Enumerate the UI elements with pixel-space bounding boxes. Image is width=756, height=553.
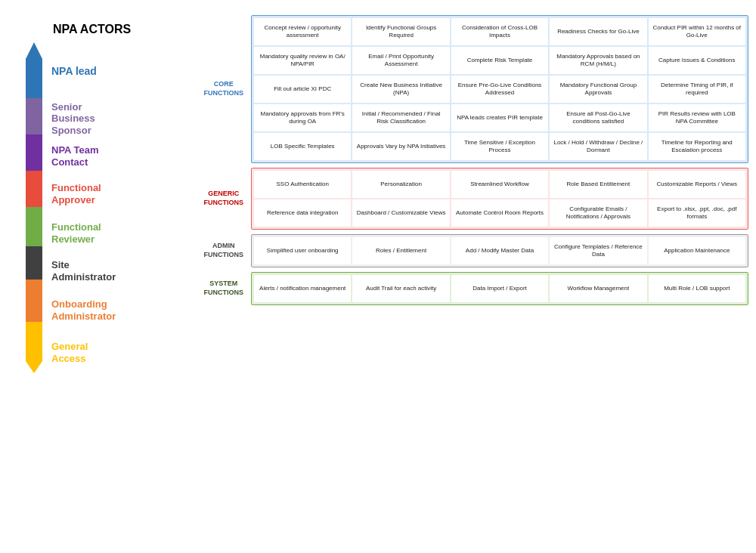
admin-cell-0: Simplified user onboarding bbox=[254, 237, 351, 264]
actor-func-approver: FunctionalApprover bbox=[51, 176, 116, 212]
bar-seg-6 bbox=[26, 246, 42, 280]
core-section: COREFUNCTIONS Concept review / opportuni… bbox=[189, 15, 748, 163]
core-cell-22: Time Sensitive / Exception Process bbox=[451, 133, 548, 160]
svg-marker-0 bbox=[26, 42, 42, 59]
admin-grid: Simplified user onboarding Roles / Entit… bbox=[251, 234, 748, 267]
admin-cell-3: Configure Templates / Reference Data bbox=[550, 237, 646, 264]
system-label: SYSTEMFUNCTIONS bbox=[189, 272, 248, 305]
core-cell-5: Mandatory quality review in OA/ NPA/PIR bbox=[254, 47, 351, 74]
admin-label-text: ADMINFUNCTIONS bbox=[204, 242, 244, 259]
core-label: COREFUNCTIONS bbox=[189, 15, 248, 163]
actor-label-site-admin: SiteAdministrator bbox=[51, 259, 116, 283]
core-grid: Concept review / opportunity assessment … bbox=[251, 15, 748, 163]
core-cell-8: Mandatory Approvals based on RCM (H/M/L) bbox=[550, 47, 646, 74]
core-cell-20: LOB Specific Templates bbox=[254, 133, 351, 160]
actor-label-npa-team: NPA TeamContact bbox=[51, 144, 99, 168]
admin-cell-4: Application Maintenance bbox=[649, 237, 745, 264]
bar-top-arrow bbox=[26, 42, 42, 59]
generic-cell-1: Personalization bbox=[352, 171, 449, 198]
actor-label-general-access: GeneralAccess bbox=[51, 341, 88, 364]
actor-npa-lead: NPA lead bbox=[51, 43, 116, 99]
generic-cell-5: Reference data integration bbox=[254, 199, 351, 227]
core-cell-16: Initial / Recommended / Final Risk Class… bbox=[352, 104, 449, 131]
core-cell-10: Fill out article XI PDC bbox=[254, 76, 351, 103]
svg-marker-1 bbox=[26, 361, 42, 373]
system-grid: Alerts / notification management Audit T… bbox=[251, 272, 748, 305]
bar-seg-4 bbox=[26, 171, 42, 207]
generic-cell-0: SSO Authentication bbox=[254, 171, 351, 198]
generic-cell-2: Streamlined Workflow bbox=[451, 171, 548, 198]
generic-cell-4: Customizable Reports / Views bbox=[649, 171, 745, 198]
bar-seg-8 bbox=[26, 322, 42, 361]
core-cell-1: Identify Functional Groups Required bbox=[352, 18, 449, 45]
core-cell-12: Ensure Pre-Go-Live Conditions Addressed bbox=[451, 76, 548, 103]
generic-cell-9: Export to .xlsx, .ppt, .doc, .pdf format… bbox=[649, 199, 745, 227]
generic-cell-6: Dashboard / Customizable Views bbox=[352, 199, 449, 227]
bar-seg-7 bbox=[26, 280, 42, 322]
actor-label-func-approver: FunctionalApprover bbox=[51, 182, 101, 205]
system-cell-0: Alerts / notification management bbox=[254, 275, 351, 302]
bar-seg-5 bbox=[26, 207, 42, 246]
generic-grid: SSO Authentication Personalization Strea… bbox=[251, 168, 748, 230]
core-cell-14: Determine Timing of PIR, if required bbox=[649, 76, 745, 103]
actor-general-access: GeneralAccess bbox=[51, 333, 116, 372]
bar-seg-1 bbox=[26, 59, 42, 98]
actors-labels: NPA lead SeniorBusinessSponsor NPA TeamC… bbox=[51, 42, 116, 373]
admin-cell-2: Add / Modify Master Data bbox=[451, 237, 548, 264]
core-cell-17: NPA leads creates PIR template bbox=[451, 104, 548, 131]
core-cell-18: Ensure all Post-Go-Live conditions satis… bbox=[550, 104, 646, 131]
generic-cell-8: Configurable Emails / Notifications / Ap… bbox=[550, 199, 646, 227]
generic-section: GENERICFUNCTIONS SSO Authentication Pers… bbox=[189, 168, 748, 230]
system-cell-2: Data Import / Export bbox=[451, 275, 548, 302]
generic-label: GENERICFUNCTIONS bbox=[189, 168, 248, 230]
system-cell-4: Multi Role / LOB support bbox=[649, 275, 745, 302]
core-label-text: COREFUNCTIONS bbox=[204, 80, 244, 97]
system-cell-1: Audit Trail for each activity bbox=[352, 275, 449, 302]
actor-npa-team: NPA TeamContact bbox=[51, 138, 116, 175]
actor-label-senior-sponsor: SeniorBusinessSponsor bbox=[51, 101, 95, 137]
core-cell-15: Mandatory approvals from FR's during OA bbox=[254, 104, 351, 131]
core-cell-2: Consideration of Cross-LOB Impacts bbox=[451, 18, 548, 45]
actor-func-reviewer: FunctionalReviewer bbox=[51, 214, 116, 253]
generic-label-text: GENERICFUNCTIONS bbox=[204, 190, 244, 207]
bar-seg-3 bbox=[26, 134, 42, 171]
admin-label: ADMINFUNCTIONS bbox=[189, 234, 248, 267]
core-cell-19: PIR Results review with LOB NPA Committe… bbox=[649, 104, 745, 131]
generic-cell-3: Role Based Entitlement bbox=[550, 171, 646, 198]
system-cell-3: Workflow Management bbox=[550, 275, 646, 302]
system-section: SYSTEMFUNCTIONS Alerts / notification ma… bbox=[189, 272, 748, 305]
admin-cell-1: Roles / Entitlement bbox=[352, 237, 449, 264]
core-cell-7: Complete Risk Template bbox=[451, 47, 548, 74]
right-panel: COREFUNCTIONS Concept review / opportuni… bbox=[181, 15, 748, 545]
core-cell-4: Conduct PIR within 12 months of Go-Live bbox=[649, 18, 745, 45]
actor-label-func-reviewer: FunctionalReviewer bbox=[51, 221, 101, 245]
core-cell-24: Timeline for Reporting and Escalation pr… bbox=[649, 133, 745, 160]
core-cell-11: Create New Business Initiative (NPA) bbox=[352, 76, 449, 103]
actor-bar bbox=[23, 42, 45, 373]
generic-cell-7: Automate Control Room Reports bbox=[451, 199, 548, 227]
bar-seg-2 bbox=[26, 98, 42, 134]
core-cell-3: Readiness Checks for Go-Live bbox=[550, 18, 646, 45]
admin-section: ADMINFUNCTIONS Simplified user onboardin… bbox=[189, 234, 748, 267]
bar-bottom-arrow bbox=[26, 361, 42, 373]
core-cell-6: Email / Print Opportunity Assessment bbox=[352, 47, 449, 74]
left-panel: NPA ACTORS bbox=[8, 15, 181, 545]
actor-site-admin: SiteAdministrator bbox=[51, 255, 116, 288]
actor-label-onboarding-admin: OnboardingAdministrator bbox=[51, 298, 116, 322]
system-label-text: SYSTEMFUNCTIONS bbox=[204, 280, 244, 297]
npa-actors-title: NPA ACTORS bbox=[8, 23, 131, 36]
actor-senior-sponsor: SeniorBusinessSponsor bbox=[51, 100, 116, 137]
actor-onboarding-admin: OnboardingAdministrator bbox=[51, 289, 116, 332]
actors-container: NPA lead SeniorBusinessSponsor NPA TeamC… bbox=[8, 42, 181, 373]
core-cell-13: Mandatory Functional Group Approvals bbox=[550, 76, 646, 103]
actor-label-npa-lead: NPA lead bbox=[51, 65, 97, 77]
core-cell-23: Lock / Hold / Withdraw / Decline / Dorma… bbox=[550, 133, 646, 160]
core-cell-0: Concept review / opportunity assessment bbox=[254, 18, 351, 45]
core-cell-9: Capture Issues & Conditions bbox=[649, 47, 745, 74]
core-cell-21: Approvals Vary by NPA Initiatives bbox=[352, 133, 449, 160]
